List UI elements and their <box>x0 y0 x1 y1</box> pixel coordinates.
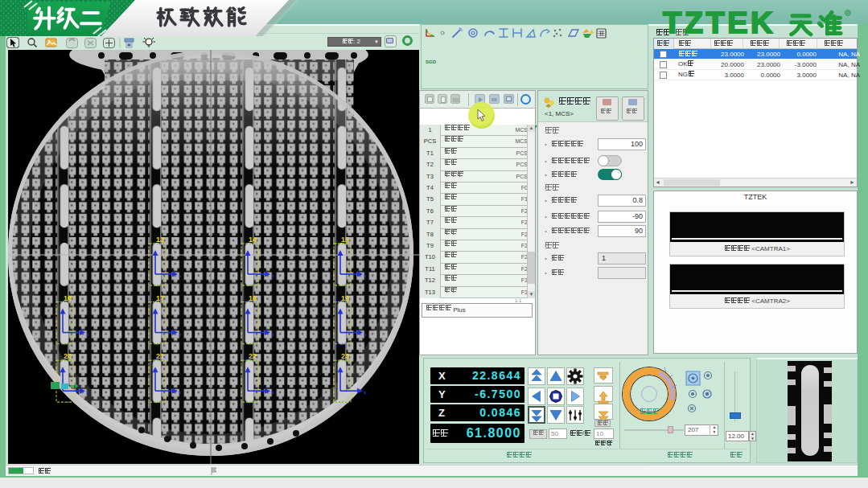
svg-text:23: 23 <box>341 352 349 360</box>
svg-text:16: 16 <box>64 294 72 302</box>
svg-text:14: 14 <box>249 236 257 244</box>
svg-text:22: 22 <box>249 352 257 360</box>
svg-text:R: R <box>846 10 849 15</box>
svg-text:x: x <box>364 390 367 395</box>
svg-text:15: 15 <box>341 236 349 244</box>
svg-text:20: 20 <box>64 352 72 360</box>
svg-text:21: 21 <box>156 352 164 360</box>
svg-text:17: 17 <box>156 294 164 302</box>
svg-text:13: 13 <box>156 236 164 244</box>
svg-text:19: 19 <box>341 294 349 302</box>
svg-text:18: 18 <box>249 294 257 302</box>
